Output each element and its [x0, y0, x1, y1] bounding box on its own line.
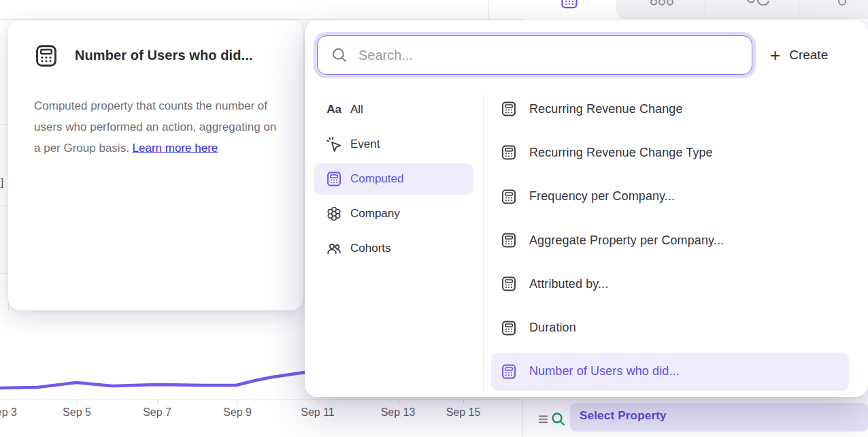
calculator-icon	[325, 171, 343, 187]
x-axis: Sep 3Sep 5Sep 7Sep 9Sep 11Sep 13Sep 15	[0, 399, 522, 426]
tab-person-icon[interactable]	[836, 0, 850, 7]
create-button[interactable]: + Create	[770, 42, 828, 68]
x-axis-label: Sep 5	[63, 406, 91, 419]
x-axis-tick	[237, 399, 238, 403]
property-results-list: Recurring Revenue Change Recurring Reven…	[491, 87, 849, 393]
calculator-icon	[34, 44, 59, 71]
tab-history-icon[interactable]	[746, 0, 771, 7]
list-item-frequency-per-company[interactable]: Frequency per Company...	[491, 175, 849, 218]
people-icon	[325, 240, 343, 257]
property-picker-panel: + Create Aa All Event	[305, 20, 868, 397]
calculator-icon	[501, 144, 517, 161]
x-axis-tick	[318, 399, 318, 403]
property-tooltip: Number of Users who did... Computed prop…	[8, 20, 303, 310]
x-axis-tick	[77, 399, 78, 403]
panel-divider	[483, 94, 484, 397]
app-screen: ] Sep 3Sep 5Sep 7Sep 9Sep 11Sep 13Sep 15…	[0, 0, 868, 437]
magnifier-icon	[331, 46, 348, 64]
inactive-tab-group	[616, 0, 868, 19]
x-axis-label: Sep 11	[301, 406, 335, 419]
tab-company-flower-icon[interactable]	[650, 0, 674, 7]
plus-icon: +	[770, 46, 780, 64]
calculator-icon	[501, 101, 517, 117]
x-axis-label: Sep 3	[0, 406, 17, 419]
search-icon-green	[550, 411, 567, 427]
tab-computed-properties[interactable]	[522, 0, 616, 19]
tooltip-description: Computed property that counts the number…	[34, 95, 284, 159]
x-axis-label: Sep 15	[446, 406, 481, 419]
calculator-icon	[560, 0, 579, 9]
tab-divider	[799, 0, 799, 19]
x-axis-label: Sep 9	[223, 406, 252, 419]
calculator-icon	[501, 189, 517, 205]
category-event[interactable]: Event	[314, 129, 473, 160]
x-axis-label: Sep 13	[381, 406, 416, 419]
search-input[interactable]	[357, 47, 744, 64]
x-axis-tick	[463, 399, 464, 403]
text-style-icon: Aa	[325, 103, 343, 116]
calculator-icon	[501, 232, 517, 248]
tab-divider	[705, 0, 706, 19]
list-item-recurring-revenue-change-type[interactable]: Recurring Revenue Change Type	[491, 131, 849, 174]
clipped-label-text: ]	[1, 176, 3, 188]
tooltip-title: Number of Users who did...	[75, 48, 253, 63]
learn-more-link[interactable]: Learn more here	[133, 142, 218, 155]
drag-handle-icon[interactable]	[539, 415, 548, 424]
list-item-aggregate-property-per-company[interactable]: Aggregate Property per Company...	[491, 218, 849, 262]
x-axis-tick	[398, 399, 399, 403]
create-button-label: Create	[789, 48, 828, 63]
x-axis-tick	[157, 399, 158, 403]
flower-icon	[325, 206, 343, 222]
category-computed[interactable]: Computed	[314, 163, 473, 195]
calculator-icon	[501, 276, 517, 292]
trend-line	[0, 300, 307, 402]
category-list: Aa All Event	[314, 94, 473, 268]
list-item-duration[interactable]: Duration	[491, 306, 849, 349]
calculator-icon	[501, 363, 517, 380]
navbar-cell	[488, 0, 522, 19]
list-item-number-of-users-who-did[interactable]: Number of Users who did...	[491, 350, 849, 393]
category-cohorts[interactable]: Cohorts	[314, 233, 473, 264]
list-item-attributed-by[interactable]: Attributed by...	[491, 262, 849, 306]
category-all[interactable]: Aa All	[314, 94, 473, 125]
search-field[interactable]	[317, 35, 752, 75]
category-company[interactable]: Company	[314, 198, 473, 229]
x-axis-label: Sep 7	[143, 406, 171, 419]
calculator-icon	[501, 320, 517, 336]
list-item-recurring-revenue-change[interactable]: Recurring Revenue Change	[491, 87, 849, 131]
cursor-sparkle-icon	[325, 137, 343, 152]
select-property-field[interactable]: Select Property	[570, 403, 868, 432]
select-property-label: Select Property	[580, 409, 667, 423]
top-navbar	[0, 0, 522, 20]
